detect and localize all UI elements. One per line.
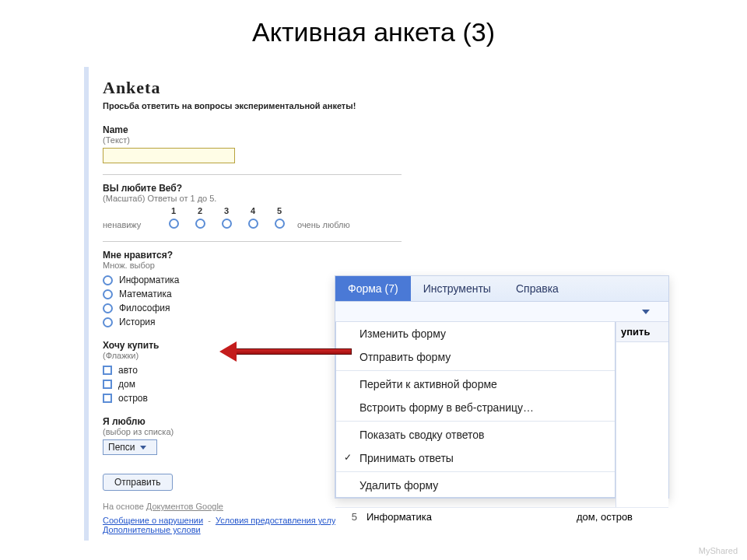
scale-high-label: очень люблю <box>293 220 350 229</box>
scale-radio-3[interactable] <box>222 219 232 229</box>
watermark: MyShared <box>699 546 738 555</box>
menu-help[interactable]: Справка <box>503 276 571 301</box>
slide-title: Активная анкета (3) <box>0 0 747 58</box>
additional-terms-link[interactable]: Дополнительные услови <box>103 525 201 534</box>
scale-low-label: ненавижу <box>103 220 160 229</box>
checkbox-icon <box>103 394 112 403</box>
chevron-down-icon <box>140 446 146 450</box>
callout-arrow <box>219 344 352 359</box>
option-label: остров <box>118 393 148 404</box>
question-hint: (Текст) <box>103 135 402 145</box>
spreadsheet-popup: Форма (7) Инструменты Справка упить Изме… <box>335 275 669 499</box>
menuitem-send-form[interactable]: Отправить форму <box>336 345 615 369</box>
radio-icon <box>103 303 113 313</box>
option-label: авто <box>118 365 138 376</box>
scale-num: 3 <box>213 206 240 215</box>
scale-radio-4[interactable] <box>248 219 258 229</box>
menu-separator <box>336 421 615 422</box>
scale-radio-5[interactable] <box>275 219 285 229</box>
divider <box>103 241 402 242</box>
menuitem-edit-form[interactable]: Изменить форму <box>336 322 615 345</box>
select-value: Пепси <box>108 442 135 453</box>
menuitem-delete-form[interactable]: Удалить форму <box>336 474 615 497</box>
scale-num: 1 <box>160 206 187 215</box>
toolbar-strip <box>335 302 668 322</box>
option-label: Математика <box>119 289 172 299</box>
terms-link[interactable]: Условия предоставления услуг <box>216 516 339 525</box>
menuitem-show-summary[interactable]: Показать сводку ответов <box>336 423 615 446</box>
radio-icon <box>103 317 113 327</box>
divider <box>103 174 402 175</box>
question-hint: (Масштаб) Ответы от 1 до 5. <box>103 194 402 203</box>
question-name: Name (Текст) <box>103 124 402 163</box>
row-number: 5 <box>342 511 357 523</box>
submit-button[interactable]: Отправить <box>103 474 173 491</box>
google-docs-link[interactable]: Документов Google <box>146 502 223 511</box>
form-title: Anketa <box>103 78 402 98</box>
question-label: Мне нравится? <box>103 250 402 261</box>
form-menu-dropdown: Изменить форму Отправить форму Перейти к… <box>335 322 615 498</box>
row-subject: Информатика <box>366 511 567 523</box>
form-description: Просьба ответить на вопросы эксперимента… <box>103 101 402 110</box>
name-input[interactable] <box>103 148 235 163</box>
option-label: Информатика <box>119 275 180 285</box>
menu-separator <box>336 471 615 472</box>
checkbox-icon <box>103 366 112 375</box>
arrow-head-icon <box>219 341 237 362</box>
scale-numbers: 1 2 3 4 5 <box>160 206 402 215</box>
menubar: Форма (7) Инструменты Справка <box>335 276 668 302</box>
radio-icon <box>103 275 113 285</box>
question-label: ВЫ любите Веб? <box>103 183 402 194</box>
bg-column-fragment: упить <box>615 322 668 507</box>
option-label: Философия <box>119 303 170 313</box>
scale-num: 2 <box>187 206 213 215</box>
checkbox-icon <box>103 380 112 389</box>
radio-icon <box>103 289 113 299</box>
menu-separator <box>336 370 615 371</box>
option-label: дом <box>118 379 135 390</box>
menuitem-accept-responses[interactable]: Принимать ответы <box>336 446 615 470</box>
row-buy: дом, остров <box>577 511 662 523</box>
scale-num: 4 <box>240 206 266 215</box>
love-select[interactable]: Пепси <box>103 439 157 455</box>
question-scale: ВЫ любите Веб? (Масштаб) Ответы от 1 до … <box>103 183 402 230</box>
menu-form[interactable]: Форма (7) <box>335 276 411 301</box>
scale-radio-1[interactable] <box>169 219 179 229</box>
chevron-down-icon[interactable] <box>642 310 650 314</box>
column-header-fragment: упить <box>616 322 668 342</box>
menuitem-embed-form[interactable]: Встроить форму в веб-страницу… <box>336 396 615 419</box>
menu-tools[interactable]: Инструменты <box>411 276 503 301</box>
option-label: История <box>119 317 156 327</box>
question-label: Name <box>103 124 402 135</box>
question-hint: Множ. выбор <box>103 261 402 270</box>
scale-radio-2[interactable] <box>195 219 205 229</box>
table-row: 5 Информатика дом, остров <box>335 507 668 526</box>
menuitem-goto-active-form[interactable]: Перейти к активной форме <box>336 373 615 396</box>
report-abuse-link[interactable]: Сообщение о нарушении <box>103 516 203 525</box>
scale-num: 5 <box>266 206 293 215</box>
